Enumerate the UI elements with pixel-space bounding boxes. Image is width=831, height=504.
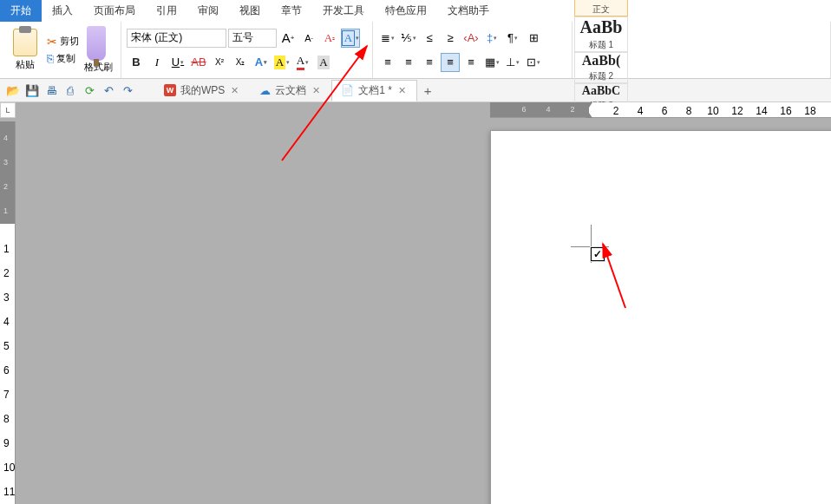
bold-button[interactable]: B xyxy=(127,53,146,72)
refresh-button[interactable]: ⟳ xyxy=(80,81,99,100)
menu-doc-helper[interactable]: 文档助手 xyxy=(437,0,500,22)
style-heading1[interactable]: AaBb 标题 1 xyxy=(574,16,628,52)
ribbon: 粘贴 ✂剪切 ⎘复制 格式刷 A+ A- A₂ A▾ B I U▾ AB X² … xyxy=(0,22,831,79)
align-left-button[interactable]: ≡ xyxy=(378,53,397,72)
ruler-tick: 6 xyxy=(3,364,10,376)
tab-cloud[interactable]: ☁ 云文档 ✕ xyxy=(250,80,331,101)
brush-icon xyxy=(87,26,106,61)
format-painter-button[interactable]: 格式刷 xyxy=(84,26,113,74)
ruler-tick: 6 xyxy=(521,105,526,114)
scissors-icon: ✂ xyxy=(47,35,57,49)
menu-references[interactable]: 引用 xyxy=(146,0,187,22)
bullets-button[interactable]: ≣▾ xyxy=(378,29,397,48)
tab-document1[interactable]: 📄 文档1 * ✕ xyxy=(331,80,417,101)
save-button[interactable]: 💾 xyxy=(23,81,42,100)
ruler-tick: 7 xyxy=(3,389,10,401)
strikethrough-button[interactable]: AB xyxy=(189,53,208,72)
print-button[interactable]: 🖶 xyxy=(42,81,61,100)
subscript-button[interactable]: X₂ xyxy=(231,53,250,72)
close-icon[interactable]: ✕ xyxy=(311,85,322,96)
menu-start[interactable]: 开始 xyxy=(0,0,42,22)
font-name-select[interactable] xyxy=(127,29,226,48)
increase-indent-button[interactable]: ≥ xyxy=(441,29,460,48)
align-center-button[interactable]: ≡ xyxy=(399,53,418,72)
font-size-select[interactable] xyxy=(228,29,277,48)
ruler-tick: 2 xyxy=(3,267,10,279)
document-tabs: W 我的WPS ✕ ☁ 云文档 ✕ 📄 文档1 * ✕ + xyxy=(154,79,438,101)
ruler-tick: 3 xyxy=(3,158,8,167)
borders-button[interactable]: ⊞ xyxy=(524,29,543,48)
styles-group: AaBbCcDd 正文 AaBb 标题 1 AaBb( 标题 2 AaBbC 标… xyxy=(573,22,831,78)
menu-review[interactable]: 审阅 xyxy=(187,0,229,22)
clear-format-button[interactable]: A₂ xyxy=(320,29,339,48)
new-tab-button[interactable]: + xyxy=(417,83,438,98)
menu-view[interactable]: 视图 xyxy=(229,0,271,22)
ruler-tick: 8 xyxy=(3,413,10,425)
show-marks-button[interactable]: ¶▾ xyxy=(503,29,522,48)
tab-stops-button[interactable]: ⊥▾ xyxy=(503,53,522,72)
ruler-tick: 3 xyxy=(3,291,10,304)
sort-button[interactable]: ‹A› xyxy=(461,29,481,48)
paste-button[interactable]: 粘贴 xyxy=(9,26,42,75)
shrink-font-button[interactable]: A- xyxy=(299,29,318,48)
style-preview: AaBb( xyxy=(582,53,620,69)
style-preview: AaBbCcDd xyxy=(577,0,625,2)
open-button[interactable]: 📂 xyxy=(3,81,23,100)
copy-button[interactable]: ⎘复制 xyxy=(45,51,81,67)
indent-marker[interactable] xyxy=(586,102,592,118)
char-border-button[interactable]: A▾ xyxy=(341,29,360,48)
close-icon[interactable]: ✕ xyxy=(229,85,240,96)
print-preview-button[interactable]: ⎙ xyxy=(61,81,80,100)
char-shading-button[interactable]: A xyxy=(314,53,333,72)
menu-page-layout[interactable]: 页面布局 xyxy=(83,0,146,22)
menu-dev-tools[interactable]: 开发工具 xyxy=(312,0,375,22)
close-icon[interactable]: ✕ xyxy=(396,85,408,96)
menu-insert[interactable]: 插入 xyxy=(42,0,83,22)
char-border-icon: A xyxy=(342,30,355,46)
decrease-indent-button[interactable]: ≤ xyxy=(420,29,439,48)
cut-label: 剪切 xyxy=(60,35,79,48)
style-name-label: 标题 2 xyxy=(589,70,613,82)
paste-label: 粘贴 xyxy=(16,58,35,71)
ruler-tick: 1 xyxy=(3,243,10,255)
menu-chapter[interactable]: 章节 xyxy=(271,0,312,22)
ruler-tick: 2 xyxy=(613,105,619,117)
check-icon: ✓ xyxy=(591,247,605,261)
undo-button[interactable]: ↶ xyxy=(99,81,118,100)
style-normal[interactable]: AaBbCcDd 正文 xyxy=(574,0,628,16)
style-name-label: 正文 xyxy=(592,3,610,16)
menu-special[interactable]: 特色应用 xyxy=(375,0,437,22)
font-color-button[interactable]: A▾ xyxy=(293,53,312,72)
underline-button[interactable]: U▾ xyxy=(168,53,187,72)
ruler-tick: 2 xyxy=(3,182,8,191)
highlight-button[interactable]: A▾ xyxy=(272,53,291,72)
numbering-button[interactable]: ⅕▾ xyxy=(399,29,418,48)
redo-button[interactable]: ↷ xyxy=(118,81,137,100)
cut-button[interactable]: ✂剪切 xyxy=(45,34,81,49)
ruler-tick: 18 xyxy=(804,105,815,117)
document-page[interactable]: ✓ xyxy=(490,130,831,504)
distribute-button[interactable]: ≡ xyxy=(461,53,481,72)
align-justify-button[interactable]: ≡ xyxy=(441,53,460,72)
italic-button[interactable]: I xyxy=(147,53,167,72)
quick-access-bar: 📂 💾 🖶 ⎙ ⟳ ↶ ↷ W 我的WPS ✕ ☁ 云文档 ✕ 📄 文档1 * … xyxy=(0,79,831,102)
workspace: L 2 4 6 2 4 6 8 10 12 14 16 18 1 2 3 4 xyxy=(0,102,831,504)
tab-mywps[interactable]: W 我的WPS ✕ xyxy=(154,80,250,101)
tab-label: 云文档 xyxy=(275,83,306,98)
superscript-button[interactable]: X² xyxy=(210,53,229,72)
checkbox-control[interactable]: ✓ xyxy=(590,246,605,262)
border-style-button[interactable]: ⊡▾ xyxy=(524,53,543,72)
shading-button[interactable]: ▦▾ xyxy=(482,53,501,72)
align-right-button[interactable]: ≡ xyxy=(420,53,439,72)
clipboard-icon xyxy=(13,29,37,56)
tab-label: 文档1 * xyxy=(358,83,392,98)
ruler-tick: 6 xyxy=(662,105,668,117)
shading-icon: A xyxy=(317,56,329,69)
line-spacing-button[interactable]: ‡▾ xyxy=(482,29,501,48)
text-effect-button[interactable]: A▾ xyxy=(252,53,271,72)
grow-font-button[interactable]: A+ xyxy=(278,29,298,48)
style-heading2[interactable]: AaBb( 标题 2 xyxy=(574,52,628,83)
horizontal-ruler[interactable]: 2 4 6 2 4 6 8 10 12 14 16 18 xyxy=(490,102,831,118)
tab-stop-selector[interactable]: L xyxy=(0,102,16,118)
vertical-ruler[interactable]: 1 2 3 4 1 2 3 4 5 6 7 8 9 10 11 12 xyxy=(0,121,16,504)
